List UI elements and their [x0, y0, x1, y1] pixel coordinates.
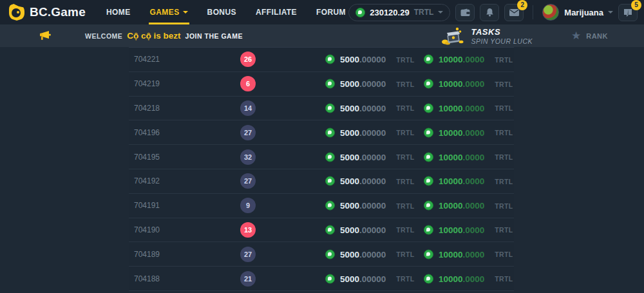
trtl-coin-icon	[325, 176, 335, 186]
wallet-button[interactable]	[455, 4, 475, 21]
trtl-coin-icon	[325, 128, 335, 137]
bet-id: 704218	[134, 104, 160, 113]
bet-amount-dec: .00000	[359, 152, 386, 162]
bet-currency-label: TRTL	[396, 275, 414, 283]
bell-icon	[486, 8, 494, 17]
bcgame-logo[interactable]: BC.Game	[9, 4, 86, 21]
payout-amount-dec: .0000	[463, 274, 485, 283]
bet-row[interactable]: 704221 26 5000 .00000 TRTL 10000 .0000 T…	[129, 48, 514, 72]
bet-currency-label: TRTL	[396, 177, 414, 185]
megaphone-icon	[39, 30, 52, 41]
payout-amount: 10000 .0000 TRTL	[424, 249, 513, 259]
nav-item-forum[interactable]: FORUM	[316, 0, 346, 24]
trtl-coin-icon	[424, 274, 433, 283]
payout-amount-dec: .0000	[463, 152, 485, 162]
chevron-down-icon	[608, 11, 613, 14]
header-right-group: 230120.29 TRTL 2	[348, 4, 638, 21]
bet-amount-int: 5000	[340, 152, 359, 162]
roll-result-badge: 27	[240, 125, 256, 140]
roll-result-badge: 14	[240, 100, 256, 116]
trtl-coin-icon	[355, 8, 365, 17]
payout-amount-int: 10000	[439, 55, 463, 64]
trtl-coin-icon	[424, 249, 433, 259]
bet-amount: 5000 .00000 TRTL	[325, 103, 414, 113]
bet-amount: 5000 .00000 TRTL	[325, 225, 414, 234]
trtl-coin-icon	[424, 176, 433, 186]
bet-row[interactable]: 704188 21 5000 .00000 TRTL 10000 .0000 T…	[129, 267, 514, 291]
bet-amount: 5000 .00000 TRTL	[325, 79, 414, 89]
tasks-widget[interactable]: TASKS SPIN YOUR LUCK	[440, 26, 533, 46]
bet-amount: 5000 .00000 TRTL	[325, 152, 414, 162]
bet-amount-int: 5000	[340, 176, 359, 186]
bet-amount-dec: .00000	[359, 128, 386, 137]
payout-amount: 10000 .0000 TRTL	[424, 176, 513, 186]
nav-item-home[interactable]: HOME	[106, 0, 131, 24]
trtl-coin-icon	[424, 201, 433, 211]
bcgame-logo-text: BC.Game	[30, 5, 86, 19]
rank-widget[interactable]: ★ RANK	[571, 30, 608, 41]
tasks-subtitle: SPIN YOUR LUCK	[471, 37, 533, 45]
nav-item-games[interactable]: GAMES	[150, 0, 188, 24]
roll-result-badge: 32	[240, 149, 256, 165]
payout-amount: 10000 .0000 TRTL	[424, 225, 513, 234]
bet-amount-dec: .00000	[359, 79, 386, 89]
bet-row[interactable]: 704195 32 5000 .00000 TRTL 10000 .0000 T…	[129, 145, 514, 169]
chat-button[interactable]: 5	[618, 4, 638, 21]
notifications-button[interactable]	[480, 4, 499, 21]
bet-currency-label: TRTL	[396, 153, 414, 161]
chat-count-badge: 5	[631, 0, 641, 10]
payout-currency-label: TRTL	[495, 275, 513, 283]
mail-icon	[509, 9, 519, 16]
username-label: Marijuana	[564, 8, 603, 17]
bet-currency-label: TRTL	[396, 55, 414, 63]
bet-amount-dec: .00000	[359, 103, 386, 113]
bet-amount-dec: .00000	[359, 249, 386, 259]
bet-id: 704188	[134, 274, 160, 283]
payout-amount-int: 10000	[439, 128, 463, 137]
bet-row[interactable]: 704190 13 5000 .00000 TRTL 10000 .0000 T…	[129, 218, 514, 243]
trtl-coin-icon	[325, 152, 335, 162]
payout-amount-dec: .0000	[463, 176, 485, 186]
trtl-coin-icon	[325, 225, 335, 234]
bet-amount-dec: .00000	[359, 176, 386, 186]
payout-amount-int: 10000	[439, 152, 463, 162]
bcgame-logo-icon	[9, 4, 24, 21]
bet-id: 704196	[134, 128, 160, 137]
wallet-icon	[460, 8, 470, 17]
nav-item-affiliate[interactable]: AFFILIATE	[256, 0, 297, 24]
bet-amount: 5000 .00000 TRTL	[325, 55, 414, 64]
avatar[interactable]	[542, 4, 559, 21]
balance-selector[interactable]: 230120.29 TRTL	[348, 4, 450, 21]
bet-row[interactable]: 704192 27 5000 .00000 TRTL 10000 .0000 T…	[129, 169, 514, 194]
trtl-coin-icon	[325, 274, 335, 283]
trtl-coin-icon	[424, 225, 433, 234]
nav-item-bonus[interactable]: BONUS	[207, 0, 236, 24]
main-nav: HOME GAMES BONUS AFFILIATE FORUM	[106, 0, 346, 24]
bet-row[interactable]: 704189 27 5000 .00000 TRTL 10000 .0000 T…	[129, 242, 514, 267]
bet-amount-dec: .00000	[359, 55, 386, 64]
bet-row[interactable]: 704196 27 5000 .00000 TRTL 10000 .0000 T…	[129, 120, 514, 145]
user-menu[interactable]: Marijuana	[564, 8, 613, 17]
payout-currency-label: TRTL	[495, 80, 513, 88]
bet-row[interactable]: 704218 14 5000 .00000 TRTL 10000 .0000 T…	[129, 97, 514, 121]
roll-result-badge: 6	[240, 76, 256, 91]
bet-id: 704189	[134, 250, 160, 259]
payout-currency-label: TRTL	[495, 104, 513, 112]
roll-result-badge: 27	[240, 173, 256, 189]
trtl-coin-icon	[325, 201, 335, 211]
mail-button[interactable]: 2	[504, 4, 524, 21]
bet-row[interactable]: 704219 6 5000 .00000 TRTL 10000 .0000 TR…	[129, 72, 514, 97]
header-divider	[533, 5, 533, 19]
trtl-coin-icon	[424, 152, 433, 162]
bet-history-table: 704221 26 5000 .00000 TRTL 10000 .0000 T…	[129, 47, 514, 291]
payout-amount-dec: .0000	[463, 201, 485, 211]
bet-row[interactable]: 704191 9 5000 .00000 TRTL 10000 .0000 TR…	[129, 194, 514, 218]
star-icon: ★	[571, 30, 581, 41]
mail-count-badge: 2	[517, 0, 527, 10]
announcement-banner: WELCOME Cộ cộ is bezt JOIN THE GAME TASK…	[0, 24, 644, 47]
payout-currency-label: TRTL	[495, 177, 513, 185]
rank-label: RANK	[586, 32, 608, 40]
bet-amount: 5000 .00000 TRTL	[325, 128, 414, 137]
payout-amount-int: 10000	[439, 225, 463, 234]
payout-amount-dec: .0000	[463, 128, 485, 137]
